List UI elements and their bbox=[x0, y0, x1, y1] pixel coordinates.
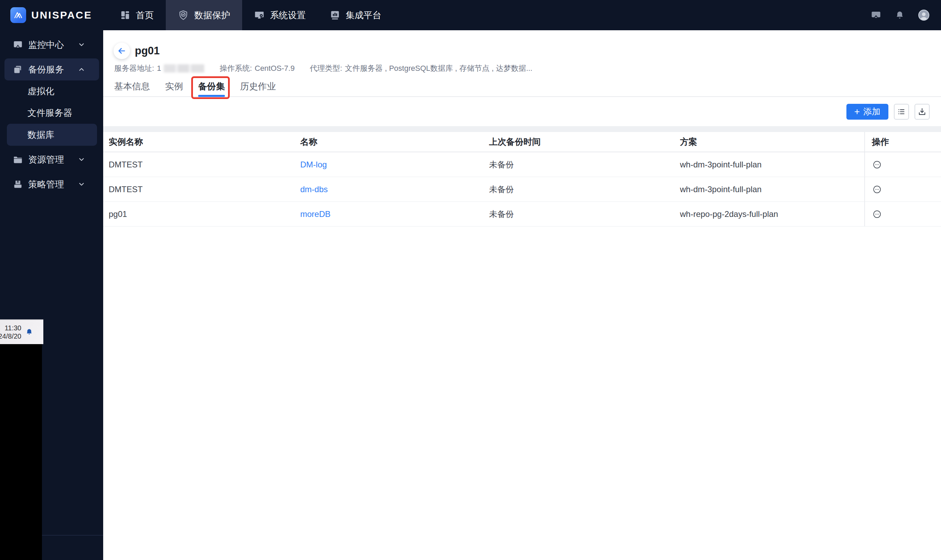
sidebar-item-policy-management[interactable]: 策略管理 bbox=[5, 173, 99, 195]
chevron-down-icon bbox=[78, 156, 87, 163]
integration-icon bbox=[330, 10, 340, 20]
folder-icon bbox=[13, 155, 23, 164]
table-row: DMTEST dm-dbs 未备份 wh-dm-3point-full-plan bbox=[103, 177, 941, 202]
detail-tabs: 基本信息 实例 备份集 历史作业 bbox=[103, 81, 941, 97]
user-avatar[interactable] bbox=[918, 10, 929, 21]
table-toolbar: + 添加 bbox=[103, 97, 941, 126]
tab-history-jobs[interactable]: 历史作业 bbox=[240, 81, 276, 96]
app-root: UNISPACE 首页 bbox=[0, 0, 941, 560]
column-header: 实例名称 bbox=[103, 136, 295, 148]
column-header: 方案 bbox=[675, 136, 864, 148]
meta-server-address: 服务器地址: 1 bbox=[114, 63, 204, 74]
table-header-row: 实例名称 名称 上次备份时间 方案 操作 bbox=[103, 132, 941, 152]
chevron-down-icon bbox=[78, 180, 87, 188]
cell-instance: DMTEST bbox=[103, 160, 295, 169]
sidebar-item-label: 数据库 bbox=[28, 129, 54, 141]
policy-icon bbox=[13, 180, 23, 189]
list-icon bbox=[897, 107, 906, 116]
sidebar-item-monitor-center[interactable]: 监控中心 bbox=[5, 34, 99, 56]
download-icon bbox=[918, 107, 927, 116]
message-icon[interactable] bbox=[871, 10, 881, 20]
clock-text: 11:30 24/8/20 bbox=[0, 324, 21, 340]
sidebar-item-resource-management[interactable]: 资源管理 bbox=[5, 149, 99, 171]
meta-agent-type: 代理类型: 文件服务器 , PostgreSQL数据库 , 存储节点 , 达梦数… bbox=[310, 63, 533, 74]
topbar-right bbox=[871, 10, 941, 21]
meta-value: CentOS-7.9 bbox=[255, 64, 295, 73]
chevron-down-icon bbox=[78, 41, 87, 48]
brand[interactable]: UNISPACE bbox=[0, 7, 103, 23]
chevron-up-icon bbox=[78, 66, 87, 73]
row-more-actions-button[interactable] bbox=[872, 160, 882, 170]
system-settings-icon bbox=[254, 10, 265, 20]
column-settings-button[interactable] bbox=[894, 104, 909, 120]
server-meta: 服务器地址: 1 操作系统: CentOS-7.9 代理类型: 文件服务器 , … bbox=[114, 64, 941, 73]
backup-set-link[interactable]: DM-log bbox=[300, 160, 327, 169]
sidebar-divider bbox=[42, 535, 103, 535]
tab-instances[interactable]: 实例 bbox=[165, 81, 183, 96]
shield-icon bbox=[178, 10, 189, 21]
nav-item-home[interactable]: 首页 bbox=[108, 0, 166, 30]
main-content: pg01 服务器地址: 1 操作系统: CentOS-7.9 代理类型: 文件服… bbox=[103, 30, 941, 560]
meta-value: 文件服务器 , PostgreSQL数据库 , 存储节点 , 达梦数据... bbox=[345, 63, 533, 74]
back-button[interactable] bbox=[114, 43, 130, 59]
backup-set-link[interactable]: dm-dbs bbox=[300, 185, 328, 194]
meta-label: 服务器地址: bbox=[114, 63, 154, 74]
meta-label: 操作系统: bbox=[219, 63, 252, 74]
nav-item-system-settings[interactable]: 系统设置 bbox=[242, 0, 318, 30]
dashboard-icon bbox=[120, 10, 130, 20]
nav-item-integration[interactable]: 集成平台 bbox=[318, 0, 393, 30]
sidebar-item-label: 文件服务器 bbox=[28, 107, 72, 119]
sidebar-item-label: 备份服务 bbox=[28, 64, 78, 75]
backup-sets-table: 实例名称 名称 上次备份时间 方案 操作 DMTEST DM-log 未备份 w… bbox=[103, 132, 941, 226]
sidebar-item-label: 策略管理 bbox=[28, 178, 78, 191]
bell-icon[interactable] bbox=[895, 10, 904, 20]
sidebar-item-label: 虚拟化 bbox=[28, 85, 54, 97]
unispace-logo-icon bbox=[10, 7, 26, 23]
plus-icon: + bbox=[854, 107, 860, 117]
brand-name: UNISPACE bbox=[31, 9, 92, 21]
cell-last-backup: 未备份 bbox=[484, 159, 675, 170]
sidebar-item-label: 资源管理 bbox=[28, 154, 78, 166]
tab-backup-sets[interactable]: 备份集 bbox=[198, 81, 225, 96]
topbar: UNISPACE 首页 bbox=[0, 0, 941, 30]
column-header: 名称 bbox=[295, 136, 484, 148]
cell-instance: DMTEST bbox=[103, 185, 295, 194]
add-button-label: 添加 bbox=[863, 106, 881, 117]
row-more-actions-button[interactable] bbox=[872, 209, 882, 219]
cell-last-backup: 未备份 bbox=[484, 209, 675, 220]
table-row: pg01 moreDB 未备份 wh-repo-pg-2days-full-pl… bbox=[103, 202, 941, 226]
nav-item-data-protection[interactable]: 数据保护 bbox=[166, 0, 242, 30]
notification-bell-icon[interactable] bbox=[25, 328, 33, 336]
sidebar-item-virtualization[interactable]: 虚拟化 bbox=[7, 80, 97, 102]
backup-set-link[interactable]: moreDB bbox=[300, 209, 331, 218]
os-clock-overlay: 11:30 24/8/20 bbox=[0, 319, 43, 344]
export-button[interactable] bbox=[915, 104, 930, 120]
sidebar-item-backup-service[interactable]: 备份服务 bbox=[5, 58, 99, 80]
copy-icon bbox=[13, 65, 23, 74]
page-title: pg01 bbox=[135, 45, 160, 57]
monitor-icon bbox=[13, 40, 23, 49]
page-header: pg01 服务器地址: 1 操作系统: CentOS-7.9 代理类型: 文件服… bbox=[103, 30, 941, 73]
top-nav: 首页 数据保护 bbox=[108, 0, 393, 30]
add-button[interactable]: + 添加 bbox=[846, 104, 889, 120]
table-row: DMTEST DM-log 未备份 wh-dm-3point-full-plan bbox=[103, 152, 941, 177]
sidebar-item-file-server[interactable]: 文件服务器 bbox=[7, 102, 97, 124]
column-header: 操作 bbox=[864, 132, 941, 152]
cell-last-backup: 未备份 bbox=[484, 184, 675, 195]
meta-value: 1 bbox=[157, 64, 161, 73]
section-gap bbox=[103, 126, 941, 132]
nav-label: 数据保护 bbox=[194, 9, 230, 21]
sidebar-item-database[interactable]: 数据库 bbox=[7, 124, 97, 146]
sidebar-item-label: 监控中心 bbox=[28, 39, 78, 51]
cell-plan: wh-dm-3point-full-plan bbox=[675, 185, 864, 194]
meta-os: 操作系统: CentOS-7.9 bbox=[219, 63, 294, 74]
clock-date: 24/8/20 bbox=[0, 332, 21, 340]
row-more-actions-button[interactable] bbox=[872, 184, 882, 195]
redacted-value bbox=[164, 64, 204, 72]
nav-label: 首页 bbox=[136, 9, 154, 21]
cell-plan: wh-repo-pg-2days-full-plan bbox=[675, 209, 864, 219]
clock-time: 11:30 bbox=[0, 324, 21, 332]
nav-label: 集成平台 bbox=[346, 9, 382, 21]
tab-basic-info[interactable]: 基本信息 bbox=[114, 81, 150, 96]
column-header: 上次备份时间 bbox=[484, 136, 675, 148]
